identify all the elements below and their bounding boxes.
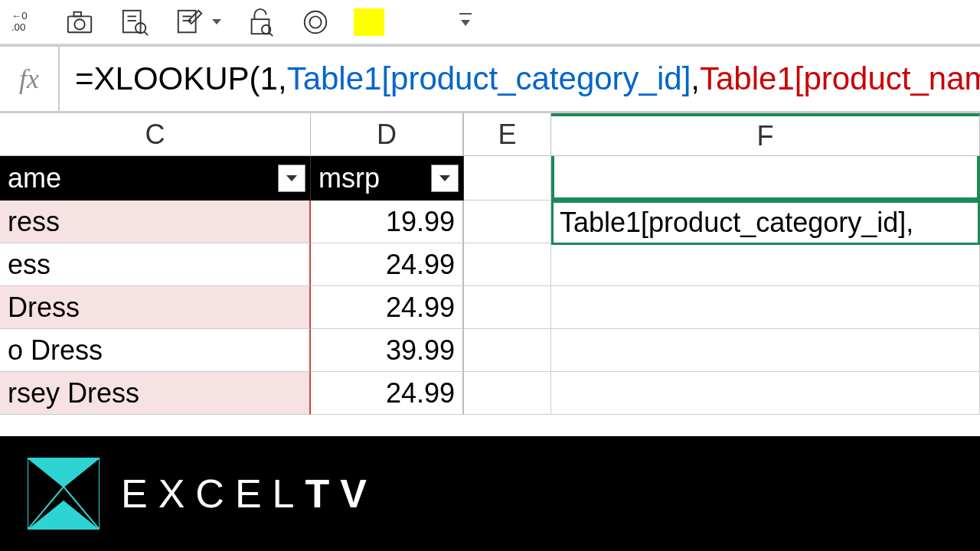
- exceltv-logo-icon: T V: [28, 458, 100, 530]
- cell-msrp[interactable]: 39.99: [311, 329, 464, 372]
- cell-msrp[interactable]: 24.99: [311, 243, 464, 286]
- cell[interactable]: [551, 372, 980, 415]
- col-header-F[interactable]: F: [551, 113, 980, 156]
- cell-product-name[interactable]: o Dress: [0, 329, 311, 372]
- col-header-E[interactable]: E: [464, 113, 551, 156]
- filter-button[interactable]: [278, 165, 305, 192]
- formula-arg2: Table1[product_name]: [700, 60, 980, 97]
- cell[interactable]: [551, 286, 980, 329]
- cell[interactable]: [551, 243, 980, 286]
- table-row: rsey Dress24.99: [0, 372, 980, 415]
- cell[interactable]: [551, 329, 980, 372]
- cell-product-name[interactable]: rsey Dress: [0, 372, 311, 415]
- brand-a: EXCEL: [121, 471, 305, 516]
- brand-b: TV: [305, 471, 377, 516]
- filter-button[interactable]: [431, 165, 459, 192]
- cell[interactable]: [551, 156, 980, 201]
- formula-text: 1: [260, 60, 278, 97]
- svg-text:V: V: [80, 489, 86, 500]
- svg-rect-4: [74, 11, 81, 16]
- table-header-msrp: msrp: [311, 156, 464, 201]
- svg-line-9: [144, 31, 148, 35]
- overflow-menu-icon[interactable]: [458, 7, 473, 37]
- edit-sheet-icon[interactable]: [173, 7, 207, 37]
- cell[interactable]: [464, 156, 551, 201]
- cell[interactable]: [464, 286, 551, 329]
- cell-product-name[interactable]: Dress: [0, 286, 311, 329]
- table-header-name: ame: [0, 156, 311, 201]
- formula-text: ,: [278, 60, 287, 97]
- col-header-D[interactable]: D: [311, 113, 464, 156]
- table-header-row: ame msrp: [0, 156, 464, 201]
- cell-product-name[interactable]: ress: [0, 201, 311, 243]
- active-cell-tooltip: Table1[product_category_id],: [551, 201, 980, 245]
- worksheet: C D E F ame msrp ress19.99ess24.99Dress2…: [0, 113, 980, 415]
- cell[interactable]: [464, 201, 551, 243]
- dropdown-arrow-icon[interactable]: [211, 17, 222, 28]
- svg-point-16: [305, 11, 327, 33]
- svg-text:T: T: [40, 489, 46, 500]
- header-label: msrp: [318, 162, 380, 194]
- decrease-decimal-icon[interactable]: ←0.00: [8, 7, 41, 37]
- column-headers: C D E F: [0, 113, 980, 156]
- formula-text: ,: [691, 60, 700, 97]
- fill-color-swatch[interactable]: [354, 8, 384, 36]
- svg-point-17: [309, 16, 321, 28]
- formula-input[interactable]: =XLOOKUP(1,Table1[product_category_id],T…: [60, 47, 980, 111]
- cell-product-name[interactable]: ess: [0, 243, 311, 286]
- ribbon-toolbar: ←0.00: [0, 0, 980, 44]
- table-row: o Dress39.99: [0, 329, 980, 372]
- cell[interactable]: [464, 243, 551, 286]
- cell-msrp[interactable]: 19.99: [311, 201, 464, 243]
- svg-text:←0: ←0: [11, 10, 28, 21]
- table-row: ess24.99: [0, 243, 980, 286]
- cell-msrp[interactable]: 24.99: [311, 286, 464, 329]
- cell-msrp[interactable]: 24.99: [311, 372, 464, 415]
- video-footer: T V EXCELTV: [0, 436, 980, 551]
- svg-rect-13: [252, 19, 270, 34]
- formula-bar: fx =XLOOKUP(1,Table1[product_category_id…: [0, 44, 980, 113]
- svg-point-3: [74, 19, 84, 29]
- fx-label[interactable]: fx: [0, 47, 60, 111]
- formula-arg1: Table1[product_category_id]: [287, 60, 691, 97]
- col-header-C[interactable]: C: [0, 113, 311, 156]
- protect-sheet-icon[interactable]: [243, 7, 277, 37]
- brand-text: EXCELTV: [121, 471, 377, 517]
- cell[interactable]: [464, 329, 551, 372]
- find-sheet-icon[interactable]: [118, 7, 152, 37]
- header-label: ame: [8, 162, 61, 194]
- edit-sheet-group: [173, 7, 222, 37]
- table-row: Dress24.99: [0, 286, 980, 329]
- camera-icon[interactable]: [63, 7, 96, 37]
- svg-text:.00: .00: [11, 21, 26, 33]
- formula-text: =XLOOKUP(: [75, 60, 260, 97]
- cell[interactable]: [464, 372, 551, 415]
- record-icon[interactable]: [299, 7, 332, 37]
